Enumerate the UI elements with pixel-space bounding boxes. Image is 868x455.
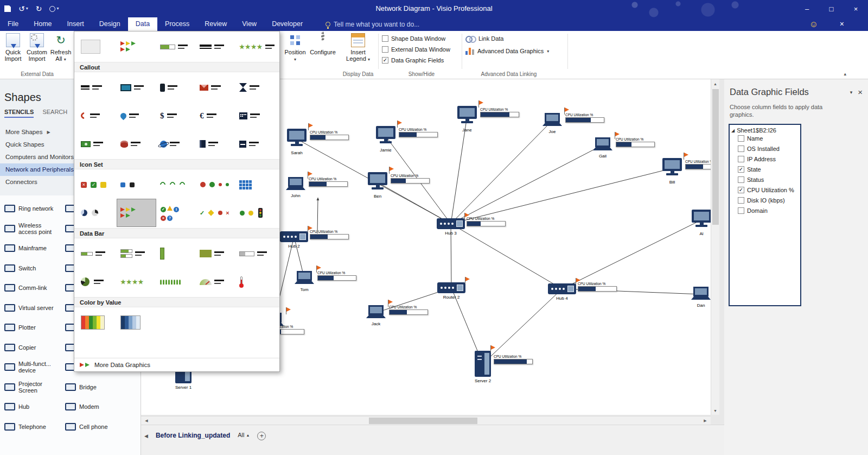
advanced-data-graphics-button[interactable]: Advanced Data Graphics ▾ [465,47,549,55]
gallery-item-t-pbar[interactable] [156,33,196,61]
tab-review[interactable]: Review [197,17,234,31]
gallery-item-c-journal[interactable] [196,130,235,158]
page-tab[interactable]: Before Linking_updated [156,432,230,439]
gallery-item-c-hour[interactable] [235,73,275,102]
horizontal-scroll-thumb[interactable] [369,418,477,424]
tab-view[interactable]: View [234,17,264,31]
position-button[interactable]: Position▾ [283,31,307,67]
page-nav-left-icon[interactable]: ◀ [144,433,148,439]
shape-wireless-access-point[interactable]: Wireless access point [0,219,61,239]
pane-menu-caret-icon[interactable]: ▾ [850,90,853,95]
connector-joe-hub3[interactable] [451,121,552,224]
gallery-item-is-flags[interactable] [117,199,156,227]
close-button[interactable]: × [844,0,868,17]
gallery-item-db-double[interactable] [117,239,156,268]
gallery-item-is-toggle[interactable] [196,170,235,199]
add-page-button[interactable]: + [257,432,266,440]
scroll-right-icon[interactable]: ▶ [701,416,710,425]
shape-hub[interactable]: Hub [0,397,61,417]
checkbox-data-graphic-fields[interactable]: ✓Data Graphic Fields [382,57,450,64]
shape-ring-network[interactable]: Ring network [0,199,61,219]
shape-virtual-server[interactable]: Virtual server [0,298,61,318]
shape-modem[interactable]: Modem [61,397,141,417]
horizontal-scrollbar[interactable]: ◀ ▶ [141,416,711,425]
gallery-item-db-mini[interactable] [77,239,117,268]
gallery-item-c-eur[interactable]: € [196,102,235,130]
gallery-item-t-none[interactable] [77,33,117,61]
shape-telephone[interactable]: Telephone [0,417,61,437]
more-data-graphics-button[interactable]: More Data Graphics [74,358,279,371]
gallery-item-is-shapes[interactable]: ✓× [196,199,235,227]
gallery-item-c-text[interactable] [77,73,117,102]
scroll-left-icon[interactable]: ◀ [142,416,151,425]
gallery-item-is-wifi[interactable] [156,170,196,199]
link-data-button[interactable]: Link Data [465,35,549,42]
sheet-tree-node[interactable]: ◢ Sheet1$B2:I26 [731,127,799,134]
pages-dropdown[interactable]: All▲ [238,432,250,438]
gallery-item-is-alerts[interactable]: ✓i×? [156,199,196,227]
pane-close-button[interactable]: × [858,87,863,97]
field-ip-address[interactable]: IP Address [738,156,799,162]
gallery-item-is-traffic[interactable] [235,199,275,227]
custom-import-button[interactable]: Custom Import [25,31,49,67]
shape-bridge[interactable]: Bridge [61,377,141,397]
field-disk-io-kbps[interactable]: Disk IO (kbps) [738,197,799,204]
field-os-installed[interactable]: OS Installed [738,146,799,152]
refresh-all-button[interactable]: ↻ Refresh All ▾ [49,31,73,67]
tab-process[interactable]: Process [157,17,197,31]
gallery-item-db-vert[interactable] [156,239,196,268]
field-cpu-utilization[interactable]: ✓CPU Utilization % [738,187,799,193]
gallery-item-cv-rainbow[interactable] [77,308,117,337]
feedback-smiley-icon[interactable]: ☺ [809,18,818,30]
shape-cell-phone[interactable]: Cell phone [61,417,141,437]
gallery-item-is-pies[interactable] [77,199,117,227]
gallery-item-c-cal[interactable] [235,102,275,130]
insert-legend-button[interactable]: Insert Legend ▾ [344,31,372,67]
field-domain[interactable]: Domain [738,207,799,214]
gallery-item-db-thermo[interactable] [235,268,275,296]
gallery-item-c-handset[interactable] [77,102,117,130]
vertical-scrollbar[interactable]: ▲ ▼ [711,79,719,415]
shape-mainframe[interactable]: Mainframe [0,238,61,258]
gallery-item-db-block[interactable] [196,239,235,268]
search-tab[interactable]: SEARCH [42,109,67,118]
restore-button[interactable]: □ [819,0,844,17]
gallery-item-is-thumbs[interactable] [117,170,156,199]
tell-me-box[interactable]: Tell me what you want to do... [326,17,419,31]
gallery-item-c-db[interactable] [117,130,156,158]
gallery-item-c-phone[interactable] [156,73,196,102]
configure-button[interactable]: Configure [309,31,336,67]
shape-multi-funct-device[interactable]: Multi-funct... device [0,357,61,377]
gallery-item-c-planet[interactable] [156,130,196,158]
gallery-item-db-pie[interactable] [77,268,117,296]
shape-copier[interactable]: Copier [0,338,61,358]
gallery-item-db-stars[interactable]: ★★★★ [117,268,156,296]
gallery-item-c-pin[interactable] [117,102,156,130]
gallery-item-c-mail[interactable] [196,73,235,102]
gallery-item-db-gauge[interactable] [196,268,235,296]
gallery-item-c-cash[interactable] [77,130,117,158]
vertical-scroll-thumb[interactable] [712,89,719,225]
checkbox-shape-data-window[interactable]: Shape Data Window [382,35,450,42]
tree-expander-icon[interactable]: ◢ [731,128,735,133]
shape-switch[interactable]: Switch [0,258,61,279]
connector-hub4-al[interactable] [562,220,701,289]
field-status[interactable]: Status [738,176,799,183]
gallery-item-db-people[interactable] [156,268,196,296]
gallery-item-t-flags[interactable] [117,33,156,61]
collapse-ribbon-button[interactable]: ▴ [844,71,846,77]
tab-design[interactable]: Design [92,17,128,31]
stencils-tab[interactable]: STENCILS [4,109,34,118]
quick-import-button[interactable]: Quick Import [1,31,25,67]
shape-projector-screen[interactable]: Projector Screen [0,377,61,397]
checkbox-external-data-window[interactable]: External Data Window [382,46,450,53]
field-state[interactable]: ✓State [738,166,799,173]
tab-data[interactable]: Data [128,17,157,31]
scroll-down-icon[interactable]: ▼ [711,406,719,415]
gallery-item-cv-blue[interactable] [117,308,156,337]
tab-file[interactable]: File [0,17,26,31]
gallery-item-is-bluegrid[interactable] [235,170,275,199]
field-name[interactable]: Name [738,135,799,142]
shape-comm-link[interactable]: Comm-link [0,278,61,298]
scroll-up-icon[interactable]: ▲ [711,79,719,88]
